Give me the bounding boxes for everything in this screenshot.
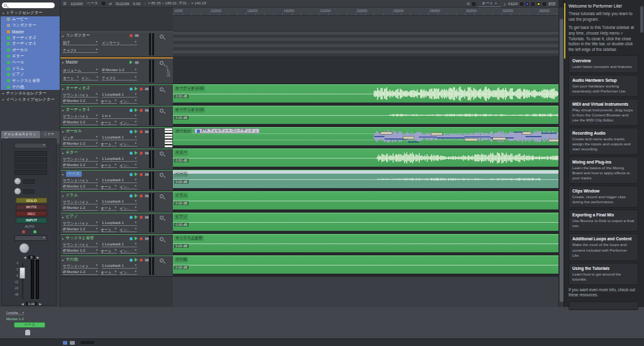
dropdown-Ø Monitor 1-2[interactable]: Ø Monitor 1-2▼	[63, 270, 98, 275]
absolute-checkbox[interactable]	[543, 3, 546, 6]
dropdown-サウンドバイト[interactable]: サウンドバイト▼	[63, 221, 98, 226]
dropdown-イン..[interactable]: イン..▼	[119, 142, 137, 147]
track-header[interactable]: ▸ドラム	[60, 192, 173, 199]
track-header[interactable]: ▸ベース	[60, 170, 173, 177]
track-ピアノ[interactable]: ▸ピアノサウンドバイト▼1 Loopback 1▼Ø Monitor 1-2▼オ…	[60, 213, 173, 234]
dropdown-Ø Monitor 1-2[interactable]: Ø Monitor 1-2▼	[63, 120, 98, 125]
dropdown-サウンドバイト[interactable]: サウンドバイト▼	[63, 178, 98, 183]
sidebar-item-その他[interactable]: その他	[1, 84, 60, 91]
layer-box-icon[interactable]	[135, 61, 139, 64]
record-enable-icon[interactable]	[140, 130, 143, 133]
dropdown-イン..[interactable]: イン..▼	[119, 184, 137, 189]
sidebar-item-コンダクター[interactable]: コンダクター	[1, 23, 60, 29]
lane-オーディオ-1[interactable]: オーディオ-1-030.00 dB	[173, 106, 558, 127]
track-handle-icon[interactable]: ▸	[62, 108, 64, 112]
gain-label[interactable]: 0.00 dB	[174, 265, 189, 269]
clip-label[interactable]: その他	[174, 257, 188, 262]
record-enable-icon[interactable]	[130, 34, 133, 37]
dropdown-サウンドバイト[interactable]: サウンドバイト▼	[63, 157, 98, 162]
list-icon[interactable]: ≣	[63, 1, 67, 6]
dropdown-1 Loopback 1[interactable]: 1 Loopback 1▼	[102, 157, 137, 162]
play-enable-icon[interactable]	[135, 215, 138, 219]
track-header[interactable]: ▸ボーカル	[60, 128, 173, 135]
dropdown-オート[interactable]: オート▼	[101, 248, 117, 254]
record-enable-icon[interactable]	[140, 173, 143, 176]
play-enable-icon[interactable]	[135, 130, 138, 133]
layer-box-icon[interactable]	[145, 216, 149, 219]
sidebar-item-ムービー[interactable]: ムービー	[1, 16, 60, 23]
record-enable-icon[interactable]	[140, 237, 143, 240]
dropdown-Ø Monitor 1-2[interactable]: Ø Monitor 1-2▼	[63, 206, 98, 211]
tutorial-card-MIDI and Virtual Instruments[interactable]: MIDI and Virtual InstrumentsPlay virtual…	[569, 99, 638, 126]
track-handle-icon[interactable]: ▸	[62, 237, 64, 240]
pitch-plugin-chip[interactable]: ZTX フォルマント-コレクテッド▼	[194, 128, 260, 133]
time-ruler[interactable]: 1|00012|00013|00014|00021|00022|00023|00…	[173, 8, 558, 16]
dropdown-Ø Monitor 1-2[interactable]: Ø Monitor 1-2▼	[63, 163, 98, 168]
pan-right-arrow[interactable]: ▶	[37, 255, 40, 259]
tutorial-card-Using the Tutorials[interactable]: Using the TutorialsLearn how to get arou…	[569, 263, 638, 285]
play-enable-icon[interactable]	[130, 60, 133, 64]
automation-mode-selector[interactable]: ▼	[14, 235, 47, 241]
track-handle-icon[interactable]: ▸	[62, 215, 64, 219]
clip-label[interactable]: オーディオ-2-02	[174, 86, 205, 91]
lane-ボーカル[interactable]: ボーカルZTX フォルマント-コレクテッド▼	[173, 127, 558, 148]
layer-box-icon[interactable]	[145, 259, 149, 262]
grid-auto-selector[interactable]: オート ▼	[478, 1, 501, 7]
lane-ベース[interactable]: ベース0.00 dB	[173, 170, 558, 191]
sidebar-item-ギター[interactable]: ギター	[1, 53, 60, 60]
layer-box-icon[interactable]	[135, 34, 139, 37]
zoom-magnifier-icon[interactable]	[160, 61, 164, 65]
layer-box-icon[interactable]	[145, 87, 149, 91]
dropdown-イン..[interactable]: イン..▼	[119, 248, 137, 254]
clip-label[interactable]: ギター	[174, 150, 188, 155]
layer-box-icon[interactable]	[145, 152, 149, 155]
insert-slot-1[interactable]	[14, 151, 47, 156]
send-slot-1[interactable]	[23, 179, 35, 184]
grid-toggle-icon[interactable]	[63, 341, 67, 345]
track-ギター[interactable]: ▸ギターサウンドバイト▼1 Loopback 1▼Ø Monitor 1-2▼オ…	[60, 148, 173, 170]
vol-right-arrow[interactable]: ▶	[39, 302, 42, 306]
section-channel-selector[interactable]: ▸チャンネルセレクター	[0, 90, 60, 96]
dropdown-Ø Monitor 1-2[interactable]: Ø Monitor 1-2▼	[63, 99, 98, 104]
input-dot-icon[interactable]	[130, 237, 133, 240]
selection-checkbox[interactable]	[102, 2, 105, 5]
selection-track[interactable]: ベース	[87, 1, 98, 6]
dropdown-イン..[interactable]: イン..▼	[119, 120, 137, 125]
input-dot-icon[interactable]	[130, 259, 133, 262]
layer-box-icon[interactable]	[145, 237, 149, 240]
dropdown-オート[interactable]: オート▼	[101, 120, 117, 125]
dropdown-拍子[interactable]: 拍子▼	[63, 40, 98, 45]
zoom-magnifier-icon[interactable]	[160, 216, 164, 220]
tutorial-card-Clips Window[interactable]: Clips WindowCreate, record and trigger c…	[569, 186, 638, 208]
dropdown-オート[interactable]: オート▼	[101, 206, 117, 211]
dropdown-1 in 1[interactable]: 1 in 1▼	[102, 114, 137, 119]
play-enable-icon[interactable]	[135, 194, 138, 198]
play-enable-icon[interactable]	[135, 151, 138, 155]
dropdown-イン..[interactable]: イン..▼	[119, 227, 137, 232]
dropdown-ボリューム[interactable]: ボリューム▼	[63, 68, 98, 73]
dropdown-Ø Monitor 1-2[interactable]: Ø Monitor 1-2▼	[63, 184, 98, 189]
track-handle-icon[interactable]: ▸	[62, 258, 64, 262]
sidebar-item-ベース[interactable]: ベース	[1, 59, 60, 65]
dropdown-イン..[interactable]: イン..▼	[119, 206, 137, 211]
layer-box-icon[interactable]	[145, 109, 149, 112]
record-enable-icon[interactable]	[140, 259, 143, 262]
track-handle-icon[interactable]: ▸	[62, 87, 64, 91]
gain-label[interactable]: 0.00 dB	[174, 159, 189, 162]
track-ボーカル[interactable]: ▸ボーカルピッチ▼1 Loopback 1▼Ø Monitor 1-2▼オート▼…	[60, 127, 173, 148]
track-header[interactable]: ▸その他	[60, 256, 173, 263]
pitch-keyboard[interactable]	[165, 128, 172, 147]
mute-button[interactable]: MUTE	[16, 204, 47, 210]
volume-fader-handle[interactable]	[19, 267, 25, 279]
track-search-input[interactable]	[2, 3, 55, 8]
lane-その他[interactable]: その他0.00 dB	[173, 255, 558, 277]
pan-value[interactable]: 0	[28, 255, 35, 259]
track-header[interactable]: ▸ギター	[60, 149, 173, 156]
lane-コンダクター[interactable]	[173, 31, 558, 57]
dropdown-オート[interactable]: オート▼	[101, 227, 117, 232]
dropdown-サウンドバイト[interactable]: サウンドバイト▼	[63, 92, 98, 98]
dropdown-オート[interactable]: オート▼	[63, 75, 79, 81]
dropdown-オート[interactable]: オート▼	[101, 99, 117, 104]
record-enable-icon[interactable]	[140, 216, 143, 219]
clip-label[interactable]: サックス上金管	[174, 235, 204, 241]
